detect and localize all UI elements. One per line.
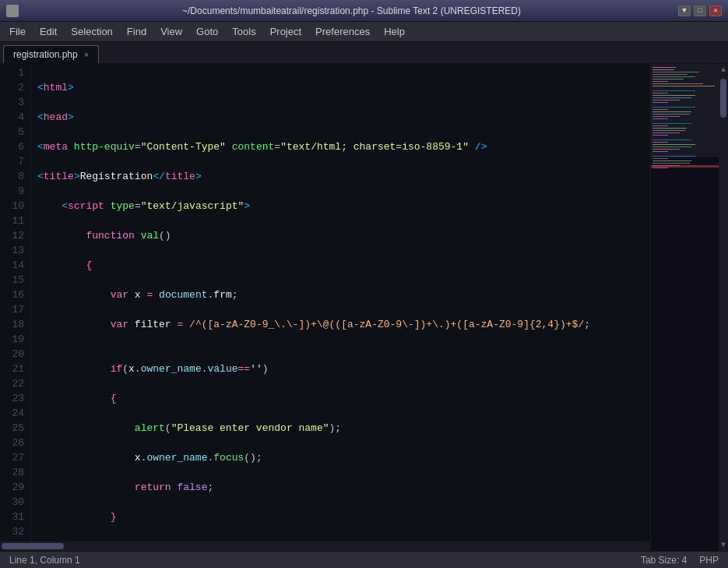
svg-rect-41 (651, 165, 728, 168)
tab-filename: registration.php (13, 49, 78, 60)
app-icon (6, 5, 19, 17)
scroll-down-button[interactable]: ▼ (719, 539, 727, 551)
svg-rect-40 (651, 64, 728, 157)
menu-view[interactable]: View (154, 24, 188, 39)
svg-rect-36 (652, 161, 691, 161)
h-scrollbar-thumb[interactable] (2, 543, 64, 549)
window-title: ~/Documents/mumbaiteatrail/registration.… (25, 5, 678, 16)
scroll-thumb[interactable] (720, 79, 726, 118)
status-right: Tab Size: 4 PHP (641, 555, 719, 566)
minimap[interactable]: ▲ ▼ (650, 64, 728, 551)
svg-rect-39 (652, 168, 668, 168)
minimize-button[interactable]: ▼ (678, 5, 691, 16)
menu-goto[interactable]: Goto (190, 24, 224, 39)
line-numbers: 1 2 3 4 5 6 7 8 9 10 11 12 13 14 15 16 1… (0, 64, 31, 542)
maximize-button[interactable]: □ (694, 5, 706, 16)
code-scroll: 1 2 3 4 5 6 7 8 9 10 11 12 13 14 15 16 1… (0, 64, 650, 542)
menu-find[interactable]: Find (121, 24, 153, 39)
code-container[interactable]: 1 2 3 4 5 6 7 8 9 10 11 12 13 14 15 16 1… (0, 64, 650, 551)
menu-tools[interactable]: Tools (226, 24, 262, 39)
window-controls: ▼ □ ✕ (678, 5, 722, 16)
editor-area: 1 2 3 4 5 6 7 8 9 10 11 12 13 14 15 16 1… (0, 64, 728, 551)
menu-selection[interactable]: Selection (65, 24, 118, 39)
menu-preferences[interactable]: Preferences (309, 24, 376, 39)
syntax-label: PHP (699, 555, 719, 566)
svg-rect-35 (652, 158, 668, 159)
code-view[interactable]: <html> <head> <meta http-equiv="Content-… (31, 64, 650, 542)
menu-file[interactable]: File (3, 24, 32, 39)
scroll-up-button[interactable]: ▲ (719, 64, 727, 76)
title-bar: ~/Documents/mumbaiteatrail/registration.… (0, 0, 728, 22)
tab-registration[interactable]: registration.php × (3, 45, 99, 63)
tab-size: Tab Size: 4 (641, 555, 687, 566)
status-bar: Line 1, Column 1 Tab Size: 4 PHP (0, 551, 728, 568)
horizontal-scrollbar[interactable] (0, 542, 650, 551)
svg-rect-37 (652, 163, 690, 164)
menu-bar: File Edit Selection Find View Goto Tools… (0, 22, 728, 42)
menu-edit[interactable]: Edit (33, 24, 63, 39)
scroll-track[interactable] (720, 76, 726, 539)
menu-help[interactable]: Help (378, 24, 411, 39)
vertical-scrollbar[interactable]: ▲ ▼ (719, 64, 728, 551)
close-button[interactable]: ✕ (709, 5, 722, 16)
menu-project[interactable]: Project (264, 24, 308, 39)
tab-close-button[interactable]: × (84, 50, 89, 59)
cursor-position: Line 1, Column 1 (9, 555, 80, 566)
minimap-canvas (651, 64, 728, 551)
tabs-bar: registration.php × (0, 42, 728, 64)
